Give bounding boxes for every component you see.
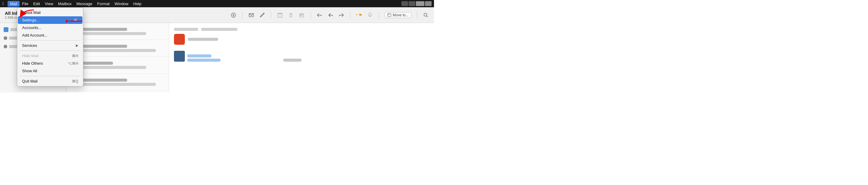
notification-icon[interactable] xyxy=(367,12,373,19)
dropdown-menu: About Mail Settings... ⌘, Accounts... Ad… xyxy=(17,7,83,87)
menu-divider-1 xyxy=(20,40,81,40)
filter-icon[interactable] xyxy=(230,12,237,19)
quit-mail-label: Quit Mail xyxy=(22,79,37,84)
reply-icon[interactable] xyxy=(316,12,323,19)
detail-avatar xyxy=(174,34,185,45)
services-arrow-icon: ▶ xyxy=(76,43,78,48)
menu-bar:  Mail File Edit View Mailbox Message Fo… xyxy=(0,0,434,7)
menu-item-mail[interactable]: Mail xyxy=(7,1,20,7)
menu-item-view[interactable]: View xyxy=(42,1,56,7)
menu-quit-mail[interactable]: Quit Mail ⌘Q xyxy=(18,78,83,85)
detail-link-2 xyxy=(187,59,220,62)
detail-meta xyxy=(283,59,302,62)
menu-item-window[interactable]: Window xyxy=(112,1,131,7)
menu-item-help[interactable]: Help xyxy=(131,1,144,7)
services-label: Services xyxy=(22,43,37,48)
toolbar-separator-1 xyxy=(242,11,243,19)
email-detail xyxy=(169,23,434,92)
menu-settings[interactable]: Settings... ⌘, xyxy=(18,16,83,24)
svg-rect-11 xyxy=(388,13,391,17)
menu-services[interactable]: Services ▶ xyxy=(18,42,83,49)
show-all-label: Show All xyxy=(22,69,37,73)
detail-header-blur-1 xyxy=(174,28,198,31)
spam-icon[interactable] xyxy=(299,12,305,19)
settings-shortcut: ⌘, xyxy=(74,18,78,22)
menu-hide-mail: Hide Mail ⌘H xyxy=(18,52,83,60)
menu-item-message[interactable]: Message xyxy=(74,1,95,7)
menu-about-mail[interactable]: About Mail xyxy=(18,9,83,16)
menu-item-file[interactable]: File xyxy=(20,1,31,7)
hide-mail-shortcut: ⌘H xyxy=(72,54,78,58)
apple-logo-icon[interactable]:  xyxy=(2,1,4,6)
move-to-button[interactable]: Move to... xyxy=(384,12,411,18)
menu-accounts[interactable]: Accounts... xyxy=(18,24,83,31)
toolbar-separator-6 xyxy=(417,11,417,19)
svg-rect-5 xyxy=(278,13,282,17)
menu-divider-2 xyxy=(20,51,81,51)
compose-icon[interactable] xyxy=(248,12,255,19)
menubar-icon-4 xyxy=(425,1,432,6)
menubar-icon-3 xyxy=(416,1,424,6)
reply-all-icon[interactable] xyxy=(327,12,334,19)
sidebar-icon-3 xyxy=(4,45,7,49)
sidebar-icon-2 xyxy=(4,36,7,40)
about-mail-label: About Mail xyxy=(22,10,40,15)
svg-point-12 xyxy=(424,13,427,16)
toolbar-separator-2 xyxy=(271,11,271,19)
hide-others-label: Hide Others xyxy=(22,61,43,66)
menu-divider-3 xyxy=(20,76,81,76)
svg-line-13 xyxy=(427,16,428,17)
settings-label: Settings... xyxy=(22,18,39,22)
detail-sender-blur xyxy=(188,38,218,41)
toolbar-separator-4 xyxy=(350,11,350,19)
quit-mail-shortcut: ⌘Q xyxy=(72,79,78,84)
menu-add-account[interactable]: Add Account... xyxy=(18,31,83,39)
detail-icon xyxy=(174,51,185,62)
move-to-label: Move to... xyxy=(393,13,409,17)
toolbar-separator-3 xyxy=(310,11,311,19)
menu-item-edit[interactable]: Edit xyxy=(31,1,42,7)
menubar-icon-1 xyxy=(401,1,408,6)
add-account-label: Add Account... xyxy=(22,33,48,37)
search-icon[interactable] xyxy=(423,12,429,19)
menubar-icon-2 xyxy=(409,1,415,6)
accounts-label: Accounts... xyxy=(22,25,41,30)
hide-mail-label: Hide Mail xyxy=(22,54,38,58)
flag-icon[interactable]: ⚑ xyxy=(356,12,363,19)
menu-bar-right-icons xyxy=(401,1,432,6)
menu-show-all[interactable]: Show All xyxy=(18,67,83,75)
trash-icon[interactable] xyxy=(287,12,294,19)
toolbar-icons: ⚑ Move to... xyxy=(230,11,429,19)
archive-icon[interactable] xyxy=(277,12,283,19)
new-message-icon[interactable] xyxy=(259,12,266,19)
toolbar-separator-5 xyxy=(379,11,379,19)
forward-icon[interactable] xyxy=(338,12,345,19)
menu-item-mailbox[interactable]: Mailbox xyxy=(56,1,74,7)
hide-others-shortcut: ⌥⌘H xyxy=(68,61,78,66)
sidebar-icon-inbox xyxy=(4,27,8,32)
detail-header-blur-2 xyxy=(201,28,238,31)
menu-item-format[interactable]: Format xyxy=(95,1,112,7)
menu-hide-others[interactable]: Hide Others ⌥⌘H xyxy=(18,60,83,67)
detail-link-1 xyxy=(187,54,211,57)
